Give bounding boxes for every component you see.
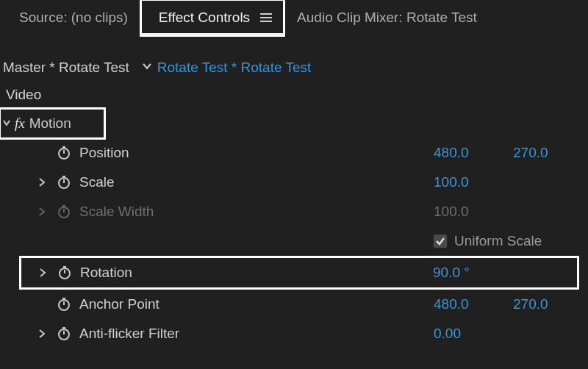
- anchor-x-value[interactable]: 480.0: [434, 296, 492, 312]
- stopwatch-icon[interactable]: [54, 296, 74, 312]
- position-x-value[interactable]: 480.0: [434, 145, 492, 161]
- property-position: Position 480.0 270.0: [0, 138, 588, 168]
- tab-effect-controls-label: Effect Controls: [159, 10, 250, 26]
- tab-source[interactable]: Source: (no clips): [6, 0, 141, 35]
- property-rotation: Rotation 90.0 °: [21, 258, 577, 287]
- tab-effect-controls[interactable]: Effect Controls: [141, 0, 284, 35]
- chevron-right-icon[interactable]: [35, 328, 49, 340]
- uniform-scale-checkbox[interactable]: [434, 234, 447, 248]
- stopwatch-icon[interactable]: [55, 265, 74, 281]
- anchor-point-label: Anchor Point: [79, 296, 159, 312]
- tab-audio-mixer[interactable]: Audio Clip Mixer: Rotate Test: [284, 0, 490, 35]
- current-clip-label: Rotate Test * Rotate Test: [157, 60, 311, 76]
- scale-label: Scale: [79, 174, 115, 190]
- anti-flicker-label: Anti-flicker Filter: [79, 326, 179, 342]
- motion-label: Motion: [29, 115, 71, 132]
- chevron-down-icon[interactable]: [0, 118, 13, 130]
- chevron-right-icon: [35, 206, 49, 218]
- scale-width-value: 100.0: [434, 204, 492, 220]
- rotation-value[interactable]: 90.0 °: [433, 265, 492, 281]
- chevron-down-icon[interactable]: [141, 60, 153, 76]
- scale-width-label: Scale Width: [79, 204, 154, 220]
- position-label: Position: [79, 145, 129, 161]
- uniform-scale-label: Uniform Scale: [454, 233, 542, 249]
- anti-flicker-value[interactable]: 0.00: [434, 326, 492, 342]
- video-section-label: Video: [0, 82, 588, 109]
- property-anchor-point: Anchor Point 480.0 270.0: [0, 290, 588, 319]
- fx-icon: fx: [15, 115, 25, 132]
- stopwatch-icon[interactable]: [54, 145, 74, 161]
- property-rotation-highlight: Rotation 90.0 °: [19, 256, 579, 290]
- position-y-value[interactable]: 270.0: [513, 145, 572, 161]
- stopwatch-icon: [54, 204, 74, 220]
- anchor-y-value[interactable]: 270.0: [513, 296, 572, 312]
- clip-selector: Master * Rotate Test Rotate Test * Rotat…: [0, 51, 588, 82]
- chevron-right-icon[interactable]: [36, 267, 49, 279]
- stopwatch-icon[interactable]: [54, 326, 74, 342]
- rotation-label: Rotation: [80, 265, 132, 281]
- panel-tabs: Source: (no clips) Effect Controls Audio…: [0, 0, 588, 35]
- property-scale-width: Scale Width 100.0: [0, 197, 588, 226]
- scale-value[interactable]: 100.0: [434, 174, 492, 190]
- property-anti-flicker: Anti-flicker Filter 0.00: [0, 319, 588, 348]
- panel-menu-icon[interactable]: [260, 13, 272, 22]
- effect-motion-header[interactable]: fx Motion: [0, 109, 104, 138]
- property-scale: Scale 100.0: [0, 168, 588, 197]
- master-clip-label: Master * Rotate Test: [3, 60, 129, 76]
- stopwatch-icon[interactable]: [54, 174, 74, 190]
- chevron-right-icon[interactable]: [35, 176, 49, 189]
- property-uniform-scale: Uniform Scale: [0, 226, 588, 256]
